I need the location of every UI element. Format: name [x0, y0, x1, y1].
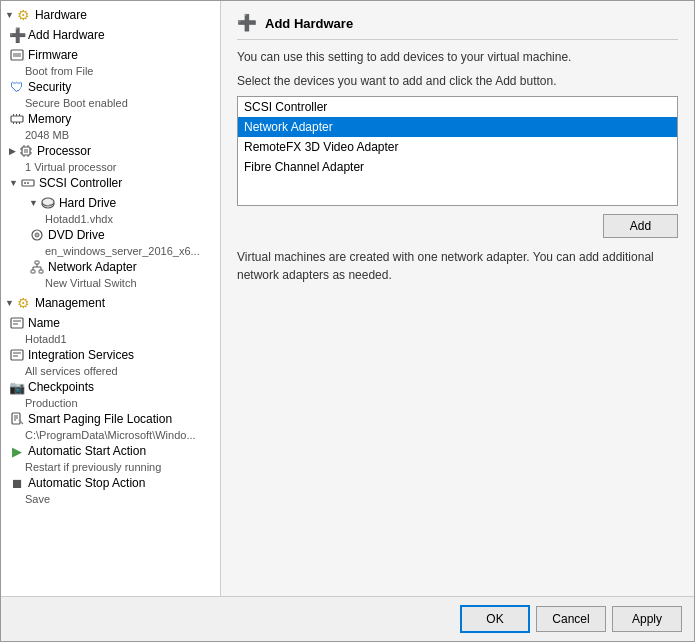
- svg-rect-28: [35, 261, 39, 264]
- panel-title: Add Hardware: [265, 16, 353, 31]
- smart-paging-value-sub: C:\ProgramData\Microsoft\Windo...: [1, 429, 220, 441]
- sidebar-item-auto-stop[interactable]: ⏹ Automatic Stop Action: [1, 473, 220, 493]
- sidebar-item-add-hardware[interactable]: ➕ Add Hardware: [1, 25, 220, 45]
- name-icon: [9, 315, 25, 331]
- svg-rect-5: [19, 114, 20, 116]
- device-item-fibre[interactable]: Fibre Channel Adapter: [238, 157, 677, 177]
- sidebar-item-dvd[interactable]: DVD Drive: [1, 225, 220, 245]
- svg-rect-21: [27, 182, 29, 184]
- sidebar: ▼ ⚙ Hardware ➕ Add Hardware Firmware Boo…: [1, 1, 221, 596]
- processor-value-sub: 1 Virtual processor: [1, 161, 220, 173]
- svg-rect-29: [31, 270, 35, 273]
- auto-start-label: Automatic Start Action: [28, 444, 146, 458]
- main-window: ▼ ⚙ Hardware ➕ Add Hardware Firmware Boo…: [0, 0, 695, 642]
- scsi-expand-icon: ▼: [9, 178, 18, 188]
- management-section-label: Management: [35, 296, 105, 310]
- management-icon: ⚙: [16, 295, 32, 311]
- hardware-section: ▼ ⚙ Hardware ➕ Add Hardware Firmware Boo…: [1, 5, 220, 289]
- add-hardware-tree-icon: ➕: [9, 27, 25, 43]
- add-hardware-label: Add Hardware: [28, 28, 105, 42]
- footer: OK Cancel Apply: [1, 596, 694, 641]
- sidebar-item-memory[interactable]: Memory: [1, 109, 220, 129]
- hardware-section-header[interactable]: ▼ ⚙ Hardware: [1, 5, 220, 25]
- add-button[interactable]: Add: [603, 214, 678, 238]
- integration-icon: [9, 347, 25, 363]
- management-section-header[interactable]: ▼ ⚙ Management: [1, 293, 220, 313]
- checkpoints-icon: 📷: [9, 379, 25, 395]
- apply-button[interactable]: Apply: [612, 606, 682, 632]
- sidebar-item-harddrive[interactable]: ▼ Hard Drive: [1, 193, 220, 213]
- dvd-icon: [29, 227, 45, 243]
- device-item-scsi[interactable]: SCSI Controller: [238, 97, 677, 117]
- smart-paging-label: Smart Paging File Location: [28, 412, 172, 426]
- harddrive-label: Hard Drive: [59, 196, 116, 210]
- hardware-expand-icon: ▼: [5, 10, 14, 20]
- auto-start-value-sub: Restart if previously running: [1, 461, 220, 473]
- device-listbox[interactable]: SCSI Controller Network Adapter RemoteFX…: [237, 96, 678, 206]
- svg-rect-2: [11, 116, 23, 122]
- svg-rect-20: [24, 182, 26, 184]
- processor-label: Processor: [37, 144, 91, 158]
- device-item-remotefx[interactable]: RemoteFX 3D Video Adapter: [238, 137, 677, 157]
- main-panel: ➕ Add Hardware You can use this setting …: [221, 1, 694, 596]
- checkpoints-label: Checkpoints: [28, 380, 94, 394]
- harddrive-value-sub: Hotadd1.vhdx: [1, 213, 220, 225]
- info-text: Virtual machines are created with one ne…: [237, 248, 678, 284]
- svg-point-24: [49, 204, 51, 206]
- sidebar-item-processor[interactable]: ▶ Processor: [1, 141, 220, 161]
- network-icon: [29, 259, 45, 275]
- svg-point-27: [36, 234, 38, 236]
- network-value-sub: New Virtual Switch: [1, 277, 220, 289]
- content-area: ▼ ⚙ Hardware ➕ Add Hardware Firmware Boo…: [1, 1, 694, 596]
- sidebar-item-smart-paging[interactable]: Smart Paging File Location: [1, 409, 220, 429]
- svg-rect-38: [11, 350, 23, 360]
- name-value-sub: Hotadd1: [1, 333, 220, 345]
- management-section: ▼ ⚙ Management Name Hotadd1: [1, 293, 220, 505]
- cancel-button[interactable]: Cancel: [536, 606, 606, 632]
- auto-stop-icon: ⏹: [9, 475, 25, 491]
- sidebar-item-integration[interactable]: Integration Services: [1, 345, 220, 365]
- device-item-network[interactable]: Network Adapter: [238, 117, 677, 137]
- add-button-row: Add: [237, 214, 678, 238]
- sidebar-item-security[interactable]: 🛡 Security: [1, 77, 220, 97]
- scsi-icon: [20, 175, 36, 191]
- ok-button[interactable]: OK: [460, 605, 530, 633]
- sidebar-item-auto-start[interactable]: ▶ Automatic Start Action: [1, 441, 220, 461]
- sidebar-item-scsi[interactable]: ▼ SCSI Controller: [1, 173, 220, 193]
- hardware-section-label: Hardware: [35, 8, 87, 22]
- sidebar-item-network[interactable]: Network Adapter: [1, 257, 220, 277]
- checkpoints-value-sub: Production: [1, 397, 220, 409]
- secure-boot-sub: Secure Boot enabled: [1, 97, 220, 109]
- management-expand-icon: ▼: [5, 298, 14, 308]
- svg-rect-7: [16, 122, 17, 124]
- auto-stop-label: Automatic Stop Action: [28, 476, 145, 490]
- security-icon: 🛡: [9, 79, 25, 95]
- firmware-label: Firmware: [28, 48, 78, 62]
- processor-icon: [18, 143, 34, 159]
- boot-from-file-sub[interactable]: Boot from File: [1, 65, 220, 77]
- sidebar-item-firmware[interactable]: Firmware: [1, 45, 220, 65]
- sidebar-item-checkpoints[interactable]: 📷 Checkpoints: [1, 377, 220, 397]
- svg-rect-6: [13, 122, 14, 124]
- sidebar-item-name[interactable]: Name: [1, 313, 220, 333]
- svg-rect-3: [13, 114, 14, 116]
- scsi-label: SCSI Controller: [39, 176, 122, 190]
- svg-rect-30: [39, 270, 43, 273]
- svg-point-23: [42, 198, 54, 206]
- panel-desc1: You can use this setting to add devices …: [237, 48, 678, 66]
- svg-rect-4: [16, 114, 17, 116]
- auto-stop-value-sub: Save: [1, 493, 220, 505]
- harddrive-expand-icon: ▼: [29, 198, 38, 208]
- dvd-value-sub: en_windows_server_2016_x6...: [1, 245, 220, 257]
- svg-rect-1: [13, 53, 21, 57]
- hardware-icon: ⚙: [16, 7, 32, 23]
- security-label: Security: [28, 80, 71, 94]
- harddrive-icon: [40, 195, 56, 211]
- memory-value-sub: 2048 MB: [1, 129, 220, 141]
- name-label: Name: [28, 316, 60, 330]
- svg-rect-8: [19, 122, 20, 124]
- network-label: Network Adapter: [48, 260, 137, 274]
- panel-header: ➕ Add Hardware: [237, 13, 678, 40]
- panel-add-icon: ➕: [237, 13, 257, 33]
- firmware-icon: [9, 47, 25, 63]
